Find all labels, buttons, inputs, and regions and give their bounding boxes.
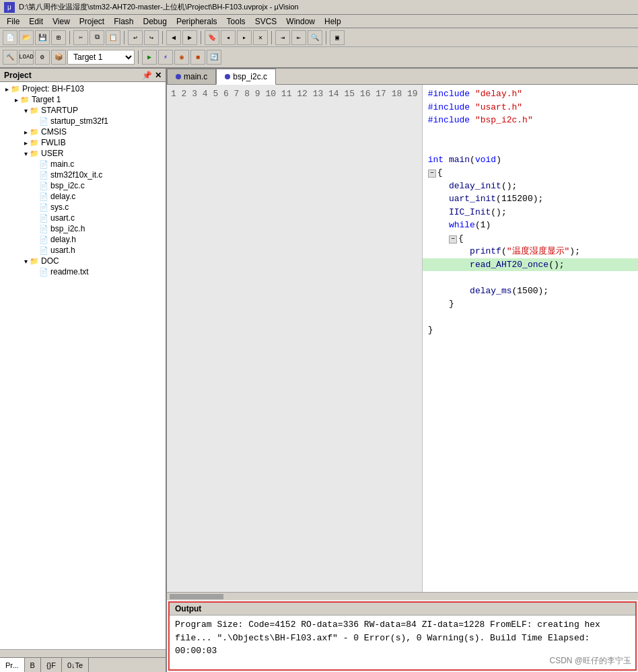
tree-label: DOC bbox=[41, 256, 59, 266]
dbg1-btn[interactable]: ▣ bbox=[330, 30, 345, 45]
save-all-btn[interactable]: ⊞ bbox=[51, 30, 66, 45]
tree-item[interactable]: 📄usart.h bbox=[0, 245, 166, 256]
bookmark-clear-btn[interactable]: ✕ bbox=[253, 30, 268, 45]
project-panel: Project 📌 ✕ ▸📁Project: BH-F103▸📁Target 1… bbox=[0, 69, 167, 672]
close-panel-icon[interactable]: ✕ bbox=[155, 71, 162, 80]
expand-icon[interactable]: ▸ bbox=[22, 128, 30, 136]
expand-icon[interactable]: ▾ bbox=[22, 258, 30, 265]
tree-item[interactable]: 📄bsp_i2c.h bbox=[0, 223, 166, 234]
fold-12[interactable]: − bbox=[449, 235, 457, 244]
tree-item[interactable]: ▸📁Target 1 bbox=[0, 94, 166, 105]
tree-item[interactable]: 📄stm32f10x_it.c bbox=[0, 170, 166, 180]
menu-svcs[interactable]: SVCS bbox=[251, 16, 281, 27]
tab-bsp-i2c-c[interactable]: bsp_i2c.c bbox=[216, 69, 276, 85]
file-icon: 📄 bbox=[39, 182, 48, 190]
menu-peripherals[interactable]: Peripherals bbox=[172, 16, 221, 27]
outdent-btn[interactable]: ⇤ bbox=[291, 30, 306, 45]
tree-label: usart.h bbox=[50, 246, 75, 255]
bookmark-btn[interactable]: 🔖 bbox=[205, 30, 219, 45]
dbg-flash-btn[interactable]: ⚡ bbox=[158, 50, 173, 65]
proj-tab-templates[interactable]: 0↓Te bbox=[62, 658, 89, 672]
menu-window[interactable]: Window bbox=[282, 16, 319, 27]
tree-item[interactable]: ▾📁STARTUP bbox=[0, 105, 166, 116]
expand-icon[interactable]: ▸ bbox=[3, 85, 11, 93]
tree-label: delay.h bbox=[50, 235, 76, 244]
tree-item[interactable]: ▸📁CMSIS bbox=[0, 126, 166, 137]
proj-tab-books[interactable]: B bbox=[25, 658, 41, 672]
dbg-stop-btn[interactable]: ■ bbox=[190, 50, 205, 65]
tree-item[interactable]: 📄readme.txt bbox=[0, 266, 166, 277]
tab-label-main: main.c bbox=[184, 72, 207, 81]
bookmark-prev-btn[interactable]: ◂ bbox=[221, 30, 236, 45]
open-btn[interactable]: 📂 bbox=[19, 30, 34, 45]
proj-tab-functions[interactable]: {}F bbox=[41, 658, 62, 672]
tree-label: USER bbox=[41, 149, 63, 158]
paste-btn[interactable]: 📋 bbox=[106, 30, 120, 45]
horizontal-scrollbar[interactable] bbox=[167, 592, 638, 600]
expand-icon[interactable]: ▸ bbox=[22, 139, 30, 147]
project-scroll[interactable] bbox=[0, 649, 166, 657]
comp-btn[interactable]: 📦 bbox=[51, 50, 66, 65]
indent-btn[interactable]: ⇥ bbox=[275, 30, 290, 45]
tree-item[interactable]: 📄bsp_i2c.c bbox=[0, 180, 166, 191]
menu-edit[interactable]: Edit bbox=[25, 16, 47, 27]
undo-btn[interactable]: ↩ bbox=[128, 30, 143, 45]
expand-icon[interactable]: ▸ bbox=[12, 96, 20, 104]
tab-dot-main bbox=[176, 74, 181, 79]
expand-icon[interactable]: ▾ bbox=[22, 150, 30, 157]
target-select[interactable]: Target 1 bbox=[67, 50, 135, 65]
redo-btn[interactable]: ↪ bbox=[144, 30, 159, 45]
toolbar1: 📄 📂 💾 ⊞ ✂ ⧉ 📋 ↩ ↪ ◀ ▶ 🔖 ◂ ▸ ✕ ⇥ ⇤ 🔍 ▣ bbox=[0, 28, 638, 47]
sep7 bbox=[138, 50, 139, 64]
pin-icon[interactable]: 📌 bbox=[142, 71, 152, 80]
code-editor[interactable]: 1 2 3 4 5 6 7 8 9 10 11 12 13 14 15 16 1… bbox=[167, 85, 638, 592]
tree-item[interactable]: 📄delay.h bbox=[0, 234, 166, 245]
menu-view[interactable]: View bbox=[48, 16, 74, 27]
target-btn[interactable]: ⚙ bbox=[35, 50, 50, 65]
proj-tab-project[interactable]: Pr... bbox=[0, 658, 25, 672]
tab-label-bsp: bsp_i2c.c bbox=[233, 72, 267, 81]
proj-btn[interactable]: 🔨 bbox=[3, 50, 17, 65]
nav-fwd-btn[interactable]: ▶ bbox=[182, 30, 197, 45]
dbg-target-btn[interactable]: ◉ bbox=[174, 50, 189, 65]
tree-label: FWLIB bbox=[41, 138, 66, 147]
menu-bar: FileEditViewProjectFlashDebugPeripherals… bbox=[0, 15, 638, 28]
tree-item[interactable]: 📄sys.c bbox=[0, 202, 166, 213]
bookmark-next-btn[interactable]: ▸ bbox=[237, 30, 252, 45]
tree-item[interactable]: ▸📁Project: BH-F103 bbox=[0, 83, 166, 94]
project-header-icons: 📌 ✕ bbox=[142, 71, 162, 80]
title-bar: μ D:\第八周作业温湿度\stm32-AHT20-master-上位机\Pro… bbox=[0, 0, 638, 15]
tree-item[interactable]: ▾📁DOC bbox=[0, 256, 166, 266]
find-btn[interactable]: 🔍 bbox=[308, 30, 322, 45]
tree-item[interactable]: 📄usart.c bbox=[0, 213, 166, 223]
menu-debug[interactable]: Debug bbox=[139, 16, 171, 27]
dbg-run2-btn[interactable]: 🔄 bbox=[207, 50, 221, 65]
expand-icon[interactable]: ▾ bbox=[22, 107, 30, 114]
nav-back-btn[interactable]: ◀ bbox=[166, 30, 181, 45]
dbg-run-btn[interactable]: ▶ bbox=[142, 50, 157, 65]
file-icon: 📄 bbox=[39, 203, 48, 212]
cut-btn[interactable]: ✂ bbox=[73, 30, 88, 45]
tree-item[interactable]: ▸📁FWLIB bbox=[0, 137, 166, 148]
tree-item[interactable]: 📄delay.c bbox=[0, 191, 166, 202]
tree-item[interactable]: 📄main.c bbox=[0, 159, 166, 170]
tree-item[interactable]: 📄startup_stm32f1 bbox=[0, 116, 166, 126]
tab-main-c[interactable]: main.c bbox=[167, 69, 216, 84]
menu-project[interactable]: Project bbox=[75, 16, 108, 27]
tree-label: bsp_i2c.c bbox=[50, 181, 85, 190]
save-btn[interactable]: 💾 bbox=[35, 30, 50, 45]
fold-7[interactable]: − bbox=[428, 170, 436, 178]
new-btn[interactable]: 📄 bbox=[3, 30, 17, 45]
file-icon: 📄 bbox=[39, 214, 48, 223]
sep6 bbox=[326, 31, 326, 44]
menu-file[interactable]: File bbox=[3, 16, 24, 27]
tree-item[interactable]: ▾📁USER bbox=[0, 148, 166, 159]
menu-flash[interactable]: Flash bbox=[110, 16, 137, 27]
code-content[interactable]: #include "delay.h" #include "usart.h" #i… bbox=[423, 85, 638, 592]
menu-tools[interactable]: Tools bbox=[223, 16, 250, 27]
tree-label: main.c bbox=[50, 159, 74, 169]
copy-btn[interactable]: ⧉ bbox=[90, 30, 104, 45]
folder-icon: 📁 bbox=[30, 128, 39, 137]
load-btn[interactable]: LOAD bbox=[19, 50, 34, 65]
menu-help[interactable]: Help bbox=[320, 16, 345, 27]
